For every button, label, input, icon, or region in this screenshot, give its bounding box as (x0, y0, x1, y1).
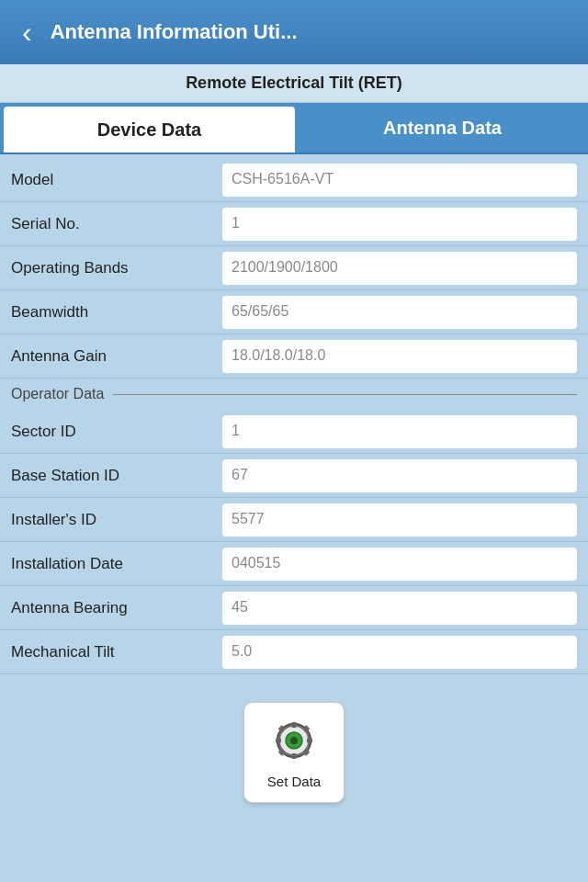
row-installers-id: Installer's ID 5577 (0, 498, 588, 542)
label-serial-no: Serial No. (11, 215, 222, 233)
row-base-station-id: Base Station ID 67 (0, 454, 588, 498)
set-data-button[interactable]: Set Data (243, 702, 345, 803)
sub-header: Remote Electrical Tilt (RET) (0, 64, 588, 103)
label-operating-bands: Operating Bands (11, 259, 222, 277)
label-mechanical-tilt: Mechanical Tilt (11, 643, 222, 662)
row-serial-no: Serial No. 1 (0, 202, 588, 246)
row-beamwidth: Beamwidth 65/65/65 (0, 290, 588, 334)
value-operating-bands[interactable]: 2100/1900/1800 (222, 252, 577, 285)
value-antenna-gain[interactable]: 18.0/18.0/18.0 (222, 340, 577, 373)
content-area: Model CSH-6516A-VT Serial No. 1 Operatin… (0, 158, 588, 840)
value-installation-date[interactable]: 040515 (222, 548, 577, 581)
svg-rect-5 (292, 753, 297, 759)
row-operating-bands: Operating Bands 2100/1900/1800 (0, 246, 588, 290)
value-mechanical-tilt[interactable]: 5.0 (222, 636, 577, 669)
value-beamwidth[interactable]: 65/65/65 (222, 296, 577, 329)
operator-data-divider: Operator Data (0, 379, 588, 410)
value-model[interactable]: CSH-6516A-VT (222, 164, 577, 197)
svg-rect-7 (307, 738, 312, 742)
svg-point-3 (290, 737, 298, 744)
app-header: ‹ Antenna Information Uti... (0, 0, 588, 64)
set-data-label: Set Data (267, 774, 321, 789)
value-antenna-bearing[interactable]: 45 (222, 592, 577, 625)
value-sector-id[interactable]: 1 (222, 415, 577, 448)
tab-bar: Device Data Antenna Data (0, 103, 588, 154)
row-installation-date: Installation Date 040515 (0, 542, 588, 586)
label-installation-date: Installation Date (11, 555, 222, 573)
row-mechanical-tilt: Mechanical Tilt 5.0 (0, 630, 588, 674)
label-antenna-gain: Antenna Gain (11, 347, 222, 366)
back-button[interactable]: ‹ (15, 14, 40, 51)
label-base-station-id: Base Station ID (11, 467, 222, 485)
value-installers-id[interactable]: 5577 (222, 503, 577, 537)
tab-device-data[interactable]: Device Data (4, 107, 295, 153)
row-model: Model CSH-6516A-VT (0, 158, 588, 202)
header-title: Antenna Information Uti... (51, 20, 573, 44)
value-serial-no[interactable]: 1 (222, 208, 577, 241)
row-antenna-gain: Antenna Gain 18.0/18.0/18.0 (0, 334, 588, 379)
label-sector-id: Sector ID (11, 423, 222, 441)
label-model: Model (11, 171, 222, 189)
tab-antenna-data[interactable]: Antenna Data (297, 103, 588, 153)
row-antenna-bearing: Antenna Bearing 45 (0, 586, 588, 630)
gear-icon (270, 717, 318, 768)
value-base-station-id[interactable]: 67 (222, 459, 577, 492)
label-antenna-bearing: Antenna Bearing (11, 599, 222, 617)
button-area: Set Data (0, 674, 588, 821)
row-sector-id: Sector ID 1 (0, 410, 588, 454)
svg-rect-6 (276, 738, 281, 742)
label-beamwidth: Beamwidth (11, 303, 222, 322)
svg-rect-4 (292, 722, 297, 728)
label-installers-id: Installer's ID (11, 511, 222, 529)
